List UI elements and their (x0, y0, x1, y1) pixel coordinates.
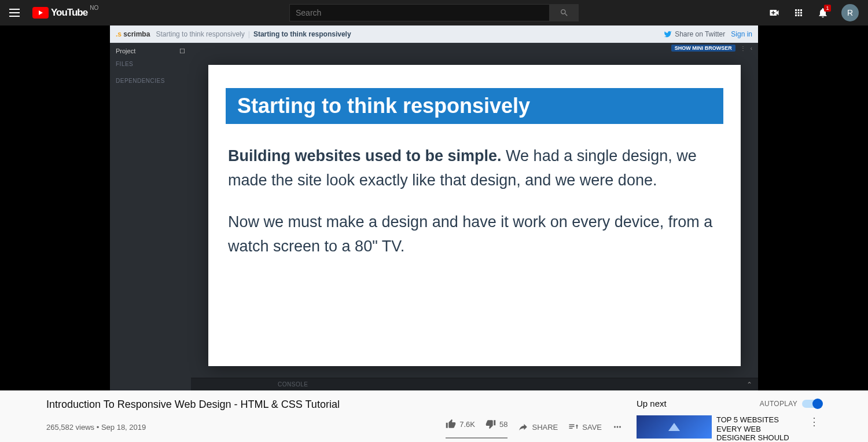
save-label: SAVE (582, 423, 602, 432)
video-info-column: Introduction To Responsive Web Design - … (46, 399, 623, 442)
next-video-title: TOP 5 WEBSITES EVERY WEB DESIGNER SHOULD… (716, 415, 802, 442)
create-video-button[interactable] (768, 7, 780, 19)
scrimba-sidebar: Project ☐ FILES DEPENDENCIES (110, 43, 191, 390)
notifications-button[interactable]: 1 (817, 7, 829, 19)
chevron-left-icon: ‹ (751, 45, 752, 52)
twitter-icon (664, 30, 672, 38)
scrimba-logo: .s scrimba (116, 30, 150, 38)
sidebar-project-icon: ☐ (179, 48, 185, 55)
like-count: 7.6K (459, 420, 475, 429)
apps-button[interactable] (793, 7, 804, 19)
mini-browser-button: SHOW MINI BROWSER (671, 45, 735, 52)
meta-separator: • (97, 423, 101, 432)
autoplay-toggle[interactable] (802, 400, 822, 408)
more-actions-button[interactable] (612, 418, 623, 436)
like-button[interactable]: 7.6K (446, 415, 475, 433)
share-arrow-icon (518, 422, 528, 432)
publish-date: Sep 18, 2019 (101, 423, 146, 432)
share-twitter-label: Share on Twitter (675, 30, 725, 38)
notification-badge: 1 (824, 5, 831, 12)
youtube-logo[interactable]: YouTube NO (32, 7, 98, 19)
menu-button[interactable] (9, 6, 23, 20)
up-next-label: Up next (637, 399, 667, 408)
view-count: 265,582 views (46, 423, 94, 432)
search-icon (560, 8, 569, 17)
scrimba-main: SHOW MINI BROWSER ⋮ ‹ Starting to think … (191, 43, 758, 390)
slide-content: Starting to think responsively Building … (208, 65, 741, 366)
sidebar-deps-label: DEPENDENCIES (116, 78, 185, 84)
share-label: SHARE (532, 423, 558, 432)
playlist-add-icon (568, 422, 579, 432)
chevron-up-icon: ⌃ (746, 381, 752, 389)
header-actions: 1 R (768, 4, 859, 21)
scrimba-console-bar: CONSOLE ⌃ (191, 378, 758, 390)
slide-heading: Starting to think responsively (226, 88, 723, 124)
youtube-wordmark: YouTube (51, 7, 87, 19)
video-plus-icon (768, 7, 780, 19)
youtube-header: YouTube NO 1 R (0, 0, 868, 25)
dislike-count: 58 (499, 420, 507, 429)
breadcrumb-separator: | (248, 30, 250, 38)
search-input[interactable] (289, 4, 550, 21)
share-button[interactable]: SHARE (518, 418, 558, 436)
video-content[interactable]: .s scrimba Starting to think responsivel… (110, 25, 758, 390)
video-title: Introduction To Responsive Web Design - … (46, 399, 623, 411)
video-player-area: .s scrimba Starting to think responsivel… (0, 25, 868, 390)
slide-paragraph-2: Now we must make a design and have it wo… (208, 210, 741, 259)
search-form (289, 4, 579, 21)
breadcrumb-current: Starting to think responsively (253, 30, 351, 38)
scrimba-topbar: .s scrimba Starting to think responsivel… (110, 25, 758, 43)
thumb-down-icon (486, 419, 496, 429)
below-video-area: Introduction To Responsive Web Design - … (0, 390, 868, 442)
sidebar-files-label: FILES (116, 61, 185, 67)
thumbnail-triangle-icon (668, 423, 680, 431)
next-video-menu-button[interactable]: ⋮ (807, 415, 822, 442)
next-video-thumbnail (637, 415, 712, 439)
search-button[interactable] (550, 4, 579, 21)
region-code: NO (90, 5, 98, 11)
scrimba-signin-link: Sign in (731, 30, 752, 38)
thumb-up-icon (446, 419, 456, 429)
autoplay-label: AUTOPLAY (760, 400, 797, 408)
sidebar-project-label: Project (116, 48, 135, 55)
scrimba-more-icon: ⋮ (740, 45, 746, 52)
apps-grid-icon (793, 8, 804, 18)
slide-paragraph-1: Building websites used to be simple. We … (208, 144, 741, 193)
share-twitter-link: Share on Twitter (664, 30, 725, 38)
more-horizontal-icon (612, 422, 623, 432)
user-avatar[interactable]: R (841, 4, 859, 21)
play-icon (32, 7, 49, 19)
dislike-button[interactable]: 58 (486, 415, 507, 433)
up-next-column: Up next AUTOPLAY TOP 5 WEBSITES EVERY WE… (637, 399, 822, 442)
save-button[interactable]: SAVE (568, 418, 602, 436)
breadcrumb-parent: Starting to think responsively (156, 30, 244, 38)
console-label: CONSOLE (278, 381, 308, 388)
video-meta-row: 265,582 views • Sep 18, 2019 7.6K 58 (46, 415, 623, 442)
next-video-item[interactable]: TOP 5 WEBSITES EVERY WEB DESIGNER SHOULD… (637, 415, 822, 442)
